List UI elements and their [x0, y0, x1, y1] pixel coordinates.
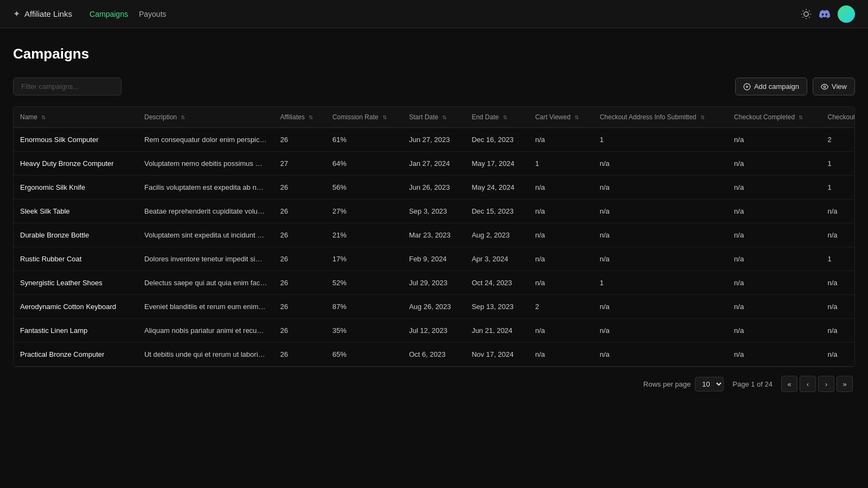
add-icon — [743, 83, 751, 91]
cell-description: Delectus saepe qui aut quia enim facere … — [138, 271, 274, 295]
table-row: Sleek Silk TableBeatae reprehenderit cup… — [14, 200, 855, 223]
last-page-button[interactable]: » — [837, 376, 853, 392]
cell-checkout_completed: n/a — [727, 200, 821, 223]
col-checkout-contact[interactable]: Checkout Contact Info Submitted ⇅ — [821, 107, 855, 128]
col-name[interactable]: Name ⇅ — [14, 107, 138, 128]
cell-checkout_address: n/a — [593, 295, 727, 319]
cell-checkout_address: n/a — [593, 343, 727, 367]
table-row: Durable Bronze BottleVoluptatem sint exp… — [14, 223, 855, 247]
table-row: Synergistic Leather ShoesDelectus saepe … — [14, 271, 855, 295]
avatar[interactable] — [838, 5, 855, 23]
cell-start_date: Sep 3, 2023 — [403, 200, 465, 223]
discord-icon[interactable] — [819, 9, 830, 20]
table-body: Enormous Silk ComputerRem consequatur do… — [14, 128, 855, 367]
cell-commission_rate: 65% — [326, 343, 403, 367]
col-end-date[interactable]: End Date ⇅ — [465, 107, 528, 128]
cell-end_date: Dec 15, 2023 — [465, 200, 528, 223]
cell-cart_viewed: n/a — [528, 271, 593, 295]
cell-checkout_completed: n/a — [727, 247, 821, 271]
page-info: Page 1 of 24 — [732, 380, 773, 388]
cell-end_date: May 24, 2024 — [465, 176, 528, 200]
first-page-button[interactable]: « — [781, 376, 797, 392]
cell-checkout_completed: n/a — [727, 295, 821, 319]
view-icon — [821, 83, 828, 91]
cell-checkout_completed: n/a — [727, 152, 821, 176]
cell-description: Facilis voluptatem est expedita ab nam a… — [138, 176, 274, 200]
cell-commission_rate: 61% — [326, 128, 403, 152]
cell-name: Durable Bronze Bottle — [14, 223, 138, 247]
cell-description: Aliquam nobis pariatur animi et recusand… — [138, 319, 274, 343]
pagination-bar: Rows per page 10 25 50 Page 1 of 24 « ‹ … — [13, 367, 855, 401]
toolbar-right: Add campaign View — [735, 78, 855, 95]
cell-name: Rustic Rubber Coat — [14, 247, 138, 271]
cell-commission_rate: 56% — [326, 176, 403, 200]
cell-affiliates: 26 — [274, 223, 326, 247]
toolbar: Add campaign View — [13, 78, 855, 95]
rows-per-page-label: Rows per page — [643, 380, 691, 388]
cell-description: Voluptatem nemo debitis possimus minus .… — [138, 152, 274, 176]
cell-start_date: Jun 26, 2023 — [403, 176, 465, 200]
cell-commission_rate: 52% — [326, 271, 403, 295]
sort-sd-icon: ⇅ — [442, 114, 446, 120]
cell-checkout_contact: n/a — [821, 271, 855, 295]
view-button[interactable]: View — [813, 78, 855, 95]
sort-cr-icon: ⇅ — [382, 114, 387, 120]
cell-affiliates: 26 — [274, 247, 326, 271]
filter-input[interactable] — [13, 78, 122, 95]
cell-cart_viewed: n/a — [528, 343, 593, 367]
col-affiliates[interactable]: Affiliates ⇅ — [274, 107, 326, 128]
col-description[interactable]: Description ⇅ — [138, 107, 274, 128]
cell-cart_viewed: n/a — [528, 223, 593, 247]
col-checkout-address[interactable]: Checkout Address Info Submitted ⇅ — [593, 107, 727, 128]
navbar-right — [801, 5, 855, 23]
rows-per-page-select[interactable]: 10 25 50 — [695, 377, 724, 391]
cell-end_date: Jun 21, 2024 — [465, 319, 528, 343]
cell-affiliates: 26 — [274, 343, 326, 367]
cell-name: Enormous Silk Computer — [14, 128, 138, 152]
theme-toggle-button[interactable] — [801, 9, 812, 20]
table-row: Practical Bronze ComputerUt debitis unde… — [14, 343, 855, 367]
col-cart-viewed[interactable]: Cart Viewed ⇅ — [528, 107, 593, 128]
next-page-button[interactable]: › — [818, 376, 834, 392]
cell-end_date: Apr 3, 2024 — [465, 247, 528, 271]
cell-checkout_contact: 1 — [821, 176, 855, 200]
cell-end_date: May 17, 2024 — [465, 152, 528, 176]
cell-start_date: Mar 23, 2023 — [403, 223, 465, 247]
cell-description: Eveniet blanditiis et rerum eum enim et … — [138, 295, 274, 319]
table-row: Fantastic Linen LampAliquam nobis pariat… — [14, 319, 855, 343]
prev-page-button[interactable]: ‹ — [800, 376, 816, 392]
table-row: Aerodynamic Cotton KeyboardEveniet bland… — [14, 295, 855, 319]
cell-commission_rate: 27% — [326, 200, 403, 223]
cell-checkout_contact: 1 — [821, 152, 855, 176]
cell-checkout_completed: n/a — [727, 343, 821, 367]
cell-end_date: Nov 17, 2024 — [465, 343, 528, 367]
table-row: Enormous Silk ComputerRem consequatur do… — [14, 128, 855, 152]
nav-payouts[interactable]: Payouts — [139, 8, 167, 21]
col-start-date[interactable]: Start Date ⇅ — [403, 107, 465, 128]
cell-start_date: Aug 26, 2023 — [403, 295, 465, 319]
nav-campaigns[interactable]: Campaigns — [90, 8, 128, 21]
brand-text: Affiliate Links — [24, 9, 72, 18]
cell-checkout_completed: n/a — [727, 223, 821, 247]
cell-affiliates: 26 — [274, 271, 326, 295]
navbar: ✦ Affiliate Links Campaigns Payouts — [0, 0, 868, 28]
cell-checkout_address: n/a — [593, 319, 727, 343]
col-commission-rate[interactable]: Comission Rate ⇅ — [326, 107, 403, 128]
cell-checkout_address: n/a — [593, 176, 727, 200]
cell-affiliates: 26 — [274, 319, 326, 343]
cell-affiliates: 26 — [274, 200, 326, 223]
col-checkout-completed[interactable]: Checkout Completed ⇅ — [727, 107, 821, 128]
sort-ca-icon: ⇅ — [700, 114, 705, 120]
cell-commission_rate: 17% — [326, 247, 403, 271]
cell-commission_rate: 35% — [326, 319, 403, 343]
add-campaign-button[interactable]: Add campaign — [735, 78, 807, 95]
cell-name: Practical Bronze Computer — [14, 343, 138, 367]
cell-checkout_completed: n/a — [727, 271, 821, 295]
table-row: Heavy Duty Bronze ComputerVoluptatem nem… — [14, 152, 855, 176]
cell-cart_viewed: 2 — [528, 295, 593, 319]
cell-affiliates: 26 — [274, 128, 326, 152]
cell-end_date: Oct 24, 2023 — [465, 271, 528, 295]
cell-checkout_contact: n/a — [821, 295, 855, 319]
svg-point-0 — [804, 11, 808, 16]
cell-checkout_contact: n/a — [821, 200, 855, 223]
